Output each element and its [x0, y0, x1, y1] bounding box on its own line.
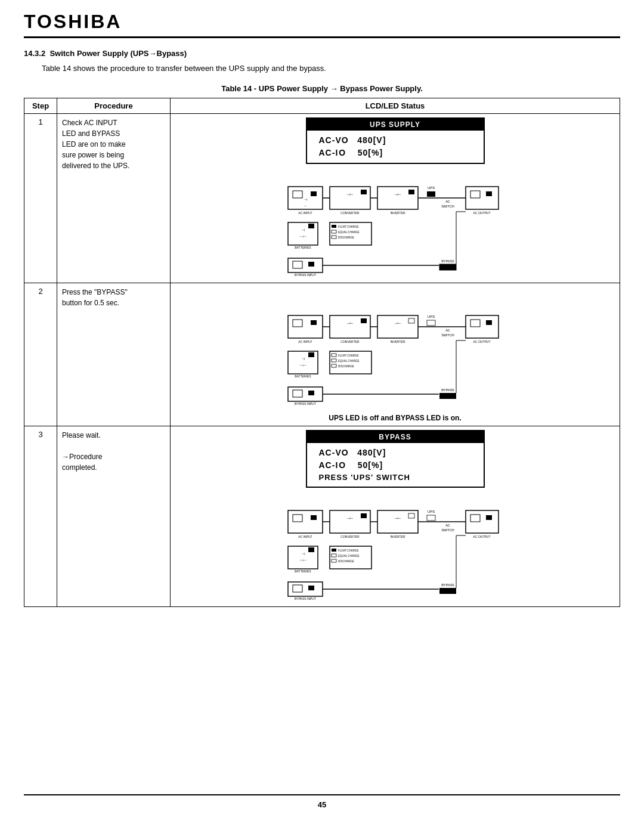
bypass-display: BYPASS AC-VO 480[V] AC-IO 50[%] PRESS 'U… [306, 430, 485, 488]
svg-rect-132 [293, 585, 302, 592]
svg-rect-83 [470, 320, 480, 327]
svg-rect-1 [293, 191, 302, 198]
svg-text:AC: AC [445, 200, 450, 203]
svg-text:─/─: ─/─ [346, 321, 353, 325]
svg-text:EQUAL CHARGE: EQUAL CHARGE [338, 231, 360, 234]
page-number: 45 [318, 800, 326, 809]
svg-text:─/─: ─/─ [346, 516, 353, 520]
display-line2-row1: AC-IO 50[%] [319, 147, 479, 159]
svg-rect-97 [311, 515, 317, 520]
table-row: 1 Check AC INPUTLED and BYPASSLED are on… [24, 113, 620, 283]
svg-rect-56 [361, 318, 367, 323]
svg-text:AC: AC [445, 329, 450, 332]
display-body-1: AC-VO 480[V] AC-IO 50[%] [307, 131, 484, 163]
ups-supply-display: UPS SUPPLY AC-VO 480[V] AC-IO 50[%] [306, 117, 485, 164]
svg-rect-129 [486, 515, 492, 520]
procedure-table: Step Procedure LCD/LED Status 1 Check AC… [24, 98, 620, 608]
svg-text:BATTERIES: BATTERIES [295, 569, 311, 573]
svg-rect-60 [408, 318, 414, 323]
svg-text:FLOAT CHARGE: FLOAT CHARGE [338, 225, 359, 228]
svg-rect-96 [293, 515, 302, 522]
svg-text:AC OUTPUT: AC OUTPUT [473, 535, 490, 538]
svg-text:AC INPUT: AC INPUT [298, 211, 312, 215]
svg-text:UPS: UPS [428, 510, 435, 513]
svg-rect-8 [361, 190, 367, 194]
svg-text:EQUAL CHARGE: EQUAL CHARGE [338, 360, 360, 363]
svg-text:INVERTER: INVERTER [390, 535, 405, 538]
svg-text:BATTERIES: BATTERIES [295, 246, 311, 249]
svg-text:⊣: ⊣ [304, 198, 306, 202]
led-status-text: UPS LED is off and BYPASS LED is on. [175, 414, 615, 422]
svg-text:INVERTER: INVERTER [390, 211, 405, 215]
svg-text:─/─: ─/─ [346, 193, 353, 196]
svg-rect-51 [293, 320, 302, 327]
diagram-row2: AC INPUT ─/─ CONVERTER ─/─ INVERTER [282, 299, 509, 408]
svg-text:─/─: ─/─ [394, 516, 401, 520]
svg-text:─⊥─: ─⊥─ [299, 234, 306, 238]
svg-text:UPS: UPS [428, 186, 435, 190]
display-header-3: BYPASS [307, 431, 484, 443]
step-1-lcd: UPS SUPPLY AC-VO 480[V] AC-IO 50[%] [171, 113, 620, 283]
svg-text:DISCHARGE: DISCHARGE [338, 560, 354, 563]
svg-rect-12 [408, 190, 414, 194]
svg-text:FLOAT CHARGE: FLOAT CHARGE [338, 549, 359, 552]
svg-rect-63 [427, 320, 435, 326]
svg-rect-136 [439, 588, 456, 594]
svg-text:─/─: ─/─ [394, 193, 401, 196]
svg-rect-52 [311, 320, 317, 325]
svg-text:BYPASS: BYPASS [441, 583, 454, 587]
svg-rect-29 [332, 236, 336, 239]
svg-text:BYPASS INPUT: BYPASS INPUT [294, 273, 315, 277]
svg-rect-22 [308, 224, 314, 228]
svg-text:AC: AC [445, 524, 450, 527]
svg-rect-41 [308, 262, 314, 267]
svg-text:AC INPUT: AC INPUT [298, 340, 312, 343]
table-title: Table 14 - UPS Power Supply → Bypass Pow… [24, 84, 620, 93]
step-3-lcd: BYPASS AC-VO 480[V] AC-IO 50[%] PRESS 'U… [171, 426, 620, 607]
svg-rect-40 [293, 261, 302, 268]
display-line3-row3: PRESS 'UPS' SWITCH [319, 472, 479, 484]
table-row: 2 Press the "BYPASS"button for 0.5 sec. … [24, 283, 620, 426]
svg-rect-74 [332, 354, 336, 357]
step-2-procedure: Press the "BYPASS"button for 0.5 sec. [57, 283, 171, 426]
svg-text:EQUAL CHARGE: EQUAL CHARGE [338, 555, 360, 558]
svg-text:BYPASS: BYPASS [441, 388, 454, 392]
svg-rect-78 [332, 364, 336, 367]
svg-rect-35 [486, 191, 492, 196]
step-3-number: 3 [24, 426, 57, 607]
svg-rect-58 [377, 315, 418, 338]
step-1-procedure: Check AC INPUTLED and BYPASSLED are on t… [57, 113, 171, 283]
diagram-svg-row1: ⊣ ─ AC INPUT ─/─ CONVERTER [282, 170, 509, 277]
svg-rect-15 [427, 191, 435, 197]
svg-text:FLOAT CHARGE: FLOAT CHARGE [338, 354, 359, 357]
svg-text:BYPASS: BYPASS [441, 259, 454, 263]
svg-text:CONVERTER: CONVERTER [340, 535, 360, 538]
svg-text:─⊥─: ─⊥─ [299, 558, 306, 562]
table-row: 3 Please wait. →Procedurecompleted. BYPA… [24, 426, 620, 607]
col-lcd-led: LCD/LED Status [171, 98, 620, 113]
svg-text:SWITCH: SWITCH [441, 528, 454, 532]
svg-text:AC INPUT: AC INPUT [298, 535, 312, 538]
svg-text:⊣: ⊣ [301, 357, 304, 361]
svg-text:UPS: UPS [428, 315, 435, 318]
svg-rect-71 [308, 352, 314, 357]
svg-rect-84 [486, 320, 492, 325]
display-body-3: AC-VO 480[V] AC-IO 50[%] PRESS 'UPS' SWI… [307, 443, 484, 487]
svg-rect-131 [288, 582, 323, 596]
svg-rect-101 [361, 513, 367, 518]
svg-rect-105 [408, 513, 414, 518]
svg-text:CONVERTER: CONVERTER [340, 211, 360, 215]
page-footer: 45 [24, 794, 620, 809]
step-2-lcd: AC INPUT ─/─ CONVERTER ─/─ INVERTER [171, 283, 620, 426]
svg-text:INVERTER: INVERTER [390, 340, 405, 343]
col-procedure: Procedure [57, 98, 171, 113]
svg-text:⊣: ⊣ [301, 228, 304, 232]
display-line1-row1: AC-VO 480[V] [319, 134, 479, 147]
step-1-number: 1 [24, 113, 57, 283]
svg-rect-128 [470, 515, 480, 522]
svg-text:DISCHARGE: DISCHARGE [338, 236, 354, 239]
svg-rect-34 [470, 191, 480, 198]
svg-rect-133 [308, 586, 314, 590]
svg-text:BYPASS INPUT: BYPASS INPUT [294, 597, 315, 600]
step-3-procedure: Please wait. →Procedurecompleted. [57, 426, 171, 607]
